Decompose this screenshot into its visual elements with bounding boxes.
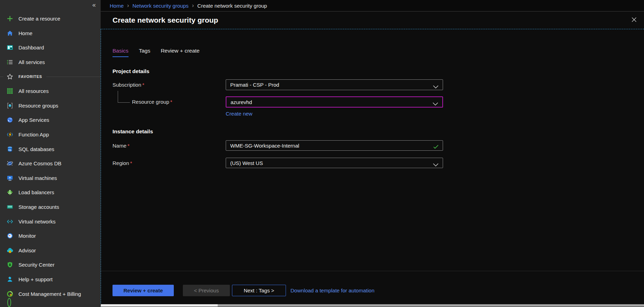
advisor-icon: [7, 247, 13, 254]
tab-basics[interactable]: Basics: [112, 48, 129, 57]
horizontal-scrollbar[interactable]: [101, 304, 644, 307]
sidebar-item-label: Function App: [18, 132, 49, 137]
monitor-icon: [7, 233, 13, 239]
sidebar-nav: Create a resource Home Dashboard All ser…: [0, 11, 101, 301]
region-value: (US) West US: [230, 160, 263, 166]
cosmos-db-icon: [7, 160, 13, 167]
valid-check-icon: [433, 144, 439, 150]
name-value: WME-SG-Workspace-Internal: [230, 143, 299, 149]
favorites-label: FAVORITES: [18, 74, 42, 79]
breadcrumb-current: Create network security group: [197, 3, 267, 9]
sidebar-item-security-center[interactable]: Security Center: [0, 258, 101, 272]
sidebar-item-label: Virtual machines: [18, 175, 57, 181]
resource-group-dropdown[interactable]: azurevhd: [226, 96, 443, 108]
create-nsg-blade: Create network security group Basics Tag…: [101, 11, 644, 307]
sql-databases-icon: SQL: [7, 146, 13, 152]
sidebar-item-create-a-resource[interactable]: Create a resource: [0, 11, 101, 26]
sidebar-item-cost-management-billing[interactable]: $ Cost Management + Billing: [0, 286, 101, 301]
sidebar-item-load-balancers[interactable]: Load balancers: [0, 185, 101, 200]
cost-management-icon: $: [7, 291, 13, 297]
sidebar-item-label: Advisor: [18, 247, 36, 253]
star-icon: [7, 73, 13, 80]
chevron-down-icon: [433, 84, 439, 90]
project-details-heading: Project details: [112, 68, 149, 74]
breadcrumb: Home › Network security groups › Create …: [101, 0, 644, 11]
review-create-button[interactable]: Review + create: [112, 285, 174, 296]
required-asterisk: *: [130, 160, 132, 166]
sidebar-item-storage-accounts[interactable]: Storage accounts: [0, 200, 101, 214]
breadcrumb-home-link[interactable]: Home: [110, 3, 124, 9]
resource-group-value: azurevhd: [231, 99, 252, 105]
sidebar-item-sql-databases[interactable]: SQL SQL databases: [0, 142, 101, 156]
sidebar-item-label: Virtual networks: [18, 219, 55, 225]
name-label: Name*: [112, 143, 130, 149]
required-asterisk: *: [127, 143, 130, 149]
app-services-icon: [7, 117, 13, 123]
sidebar-collapse-icon[interactable]: «: [92, 1, 96, 9]
sidebar-item-label: Security Center: [18, 262, 54, 268]
sidebar-item-label: Cost Management + Billing: [18, 291, 81, 297]
home-icon: [7, 30, 13, 37]
favorites-divider: [46, 77, 101, 77]
tab-bar: Basics Tags Review + create: [112, 48, 200, 57]
security-center-icon: [7, 261, 13, 268]
required-asterisk: *: [142, 82, 145, 88]
sidebar-item-home[interactable]: Home: [0, 26, 101, 41]
sidebar-item-azure-cosmos-db[interactable]: Azure Cosmos DB: [0, 156, 101, 171]
breadcrumb-nsg-link[interactable]: Network security groups: [132, 3, 188, 9]
subscription-dropdown[interactable]: Pramati - CSP - Prod: [226, 79, 443, 90]
load-balancers-icon: [7, 189, 13, 196]
footer-divider: [101, 271, 644, 271]
breadcrumb-separator-icon: ›: [127, 2, 129, 9]
sidebar-item-label: All resources: [18, 88, 49, 94]
sidebar-item-advisor[interactable]: Advisor: [0, 243, 101, 258]
name-input[interactable]: WME-SG-Workspace-Internal: [226, 140, 443, 151]
virtual-machines-icon: [7, 175, 13, 181]
instance-details-heading: Instance details: [112, 128, 153, 135]
storage-accounts-icon: [7, 204, 13, 210]
partially-visible-sidebar-icon: [7, 298, 11, 307]
sidebar-item-monitor[interactable]: Monitor: [0, 229, 101, 243]
sidebar-item-label: Dashboard: [18, 45, 44, 50]
region-label: Region*: [112, 160, 132, 166]
resource-group-connector-line: [118, 91, 130, 103]
horizontal-scrollbar-thumb[interactable]: [101, 304, 218, 307]
main-area: Home › Network security groups › Create …: [101, 0, 644, 307]
virtual-networks-icon: [7, 218, 13, 225]
sidebar-item-label: Load balancers: [18, 189, 54, 195]
footer-actions: Review + create < Previous Next : Tags >…: [112, 285, 374, 296]
dashboard-icon: [7, 44, 13, 51]
all-services-icon: [7, 59, 13, 65]
sidebar-item-virtual-networks[interactable]: Virtual networks: [0, 214, 101, 229]
help-support-icon: [7, 276, 13, 283]
function-app-icon: [7, 131, 13, 138]
plus-icon: [7, 15, 13, 22]
previous-button[interactable]: < Previous: [183, 285, 230, 296]
svg-text:SQL: SQL: [8, 149, 12, 151]
sidebar-item-virtual-machines[interactable]: Virtual machines: [0, 171, 101, 186]
subscription-label: Subscription*: [112, 82, 144, 88]
chevron-down-icon: [433, 162, 439, 168]
resource-groups-icon: [7, 102, 13, 109]
sidebar-item-app-services[interactable]: App Services: [0, 113, 101, 127]
sidebar-item-label: Azure Cosmos DB: [18, 160, 61, 166]
region-dropdown[interactable]: (US) West US: [226, 158, 443, 168]
sidebar-item-all-services[interactable]: All services: [0, 55, 101, 70]
sidebar-item-dashboard[interactable]: Dashboard: [0, 40, 101, 55]
breadcrumb-separator-icon: ›: [192, 2, 194, 9]
download-template-link[interactable]: Download a template for automation: [290, 288, 374, 293]
tab-tags[interactable]: Tags: [139, 48, 150, 57]
sidebar-item-label: Create a resource: [18, 16, 60, 22]
next-tags-button[interactable]: Next : Tags >: [232, 285, 286, 296]
all-resources-icon: [7, 88, 13, 94]
sidebar-item-resource-groups[interactable]: Resource groups: [0, 99, 101, 113]
sidebar-item-label: Home: [18, 30, 32, 36]
sidebar-item-function-app[interactable]: Function App: [0, 127, 101, 142]
sidebar-item-label: All services: [18, 59, 45, 65]
sidebar-item-all-resources[interactable]: All resources: [0, 84, 101, 99]
tab-review-create[interactable]: Review + create: [161, 48, 200, 57]
create-new-link[interactable]: Create new: [226, 111, 253, 117]
sidebar-item-help-support[interactable]: Help + support: [0, 272, 101, 287]
close-icon[interactable]: [630, 16, 638, 23]
subscription-value: Pramati - CSP - Prod: [230, 82, 279, 88]
